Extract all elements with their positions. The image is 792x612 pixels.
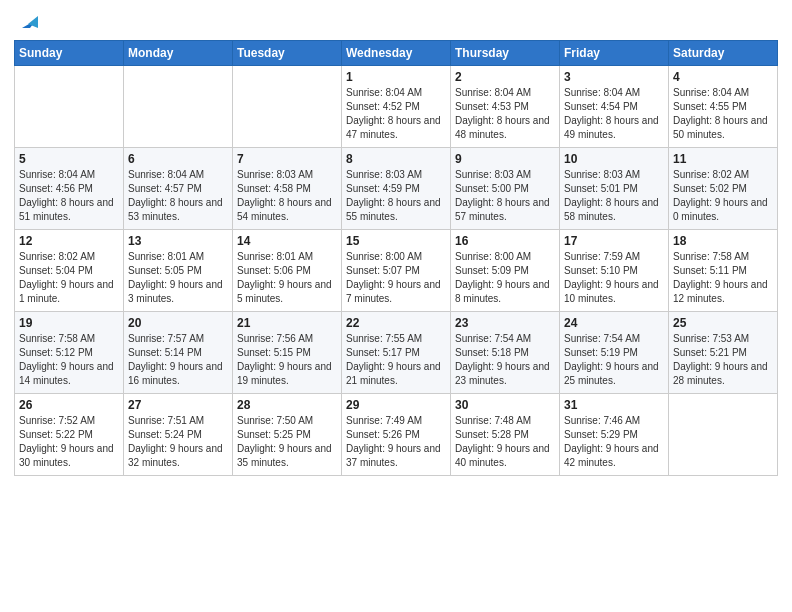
day-number: 31	[564, 398, 664, 412]
day-info: Sunrise: 8:00 AM Sunset: 5:09 PM Dayligh…	[455, 250, 555, 306]
day-cell: 9Sunrise: 8:03 AM Sunset: 5:00 PM Daylig…	[451, 148, 560, 230]
day-info: Sunrise: 7:50 AM Sunset: 5:25 PM Dayligh…	[237, 414, 337, 470]
day-cell: 13Sunrise: 8:01 AM Sunset: 5:05 PM Dayli…	[124, 230, 233, 312]
day-info: Sunrise: 7:46 AM Sunset: 5:29 PM Dayligh…	[564, 414, 664, 470]
day-number: 11	[673, 152, 773, 166]
logo-icon	[18, 10, 40, 32]
day-cell: 4Sunrise: 8:04 AM Sunset: 4:55 PM Daylig…	[669, 66, 778, 148]
day-info: Sunrise: 8:03 AM Sunset: 4:58 PM Dayligh…	[237, 168, 337, 224]
day-cell: 2Sunrise: 8:04 AM Sunset: 4:53 PM Daylig…	[451, 66, 560, 148]
day-info: Sunrise: 7:48 AM Sunset: 5:28 PM Dayligh…	[455, 414, 555, 470]
day-number: 2	[455, 70, 555, 84]
header	[14, 10, 778, 34]
day-cell: 14Sunrise: 8:01 AM Sunset: 5:06 PM Dayli…	[233, 230, 342, 312]
logo	[14, 10, 40, 34]
day-info: Sunrise: 8:04 AM Sunset: 4:54 PM Dayligh…	[564, 86, 664, 142]
day-number: 30	[455, 398, 555, 412]
day-cell: 11Sunrise: 8:02 AM Sunset: 5:02 PM Dayli…	[669, 148, 778, 230]
day-cell: 22Sunrise: 7:55 AM Sunset: 5:17 PM Dayli…	[342, 312, 451, 394]
day-cell	[15, 66, 124, 148]
week-row-5: 26Sunrise: 7:52 AM Sunset: 5:22 PM Dayli…	[15, 394, 778, 476]
weekday-header-wednesday: Wednesday	[342, 41, 451, 66]
week-row-4: 19Sunrise: 7:58 AM Sunset: 5:12 PM Dayli…	[15, 312, 778, 394]
day-cell: 20Sunrise: 7:57 AM Sunset: 5:14 PM Dayli…	[124, 312, 233, 394]
day-info: Sunrise: 8:03 AM Sunset: 5:01 PM Dayligh…	[564, 168, 664, 224]
day-cell	[669, 394, 778, 476]
weekday-header-friday: Friday	[560, 41, 669, 66]
week-row-2: 5Sunrise: 8:04 AM Sunset: 4:56 PM Daylig…	[15, 148, 778, 230]
day-cell: 31Sunrise: 7:46 AM Sunset: 5:29 PM Dayli…	[560, 394, 669, 476]
day-cell: 27Sunrise: 7:51 AM Sunset: 5:24 PM Dayli…	[124, 394, 233, 476]
day-cell: 5Sunrise: 8:04 AM Sunset: 4:56 PM Daylig…	[15, 148, 124, 230]
day-cell: 23Sunrise: 7:54 AM Sunset: 5:18 PM Dayli…	[451, 312, 560, 394]
day-number: 5	[19, 152, 119, 166]
day-number: 21	[237, 316, 337, 330]
day-cell: 3Sunrise: 8:04 AM Sunset: 4:54 PM Daylig…	[560, 66, 669, 148]
day-number: 26	[19, 398, 119, 412]
day-number: 29	[346, 398, 446, 412]
day-number: 24	[564, 316, 664, 330]
day-number: 27	[128, 398, 228, 412]
day-cell: 15Sunrise: 8:00 AM Sunset: 5:07 PM Dayli…	[342, 230, 451, 312]
day-cell: 16Sunrise: 8:00 AM Sunset: 5:09 PM Dayli…	[451, 230, 560, 312]
day-info: Sunrise: 8:03 AM Sunset: 5:00 PM Dayligh…	[455, 168, 555, 224]
day-number: 17	[564, 234, 664, 248]
day-info: Sunrise: 7:53 AM Sunset: 5:21 PM Dayligh…	[673, 332, 773, 388]
day-number: 28	[237, 398, 337, 412]
day-cell: 24Sunrise: 7:54 AM Sunset: 5:19 PM Dayli…	[560, 312, 669, 394]
day-number: 9	[455, 152, 555, 166]
day-number: 12	[19, 234, 119, 248]
day-number: 13	[128, 234, 228, 248]
day-cell: 18Sunrise: 7:58 AM Sunset: 5:11 PM Dayli…	[669, 230, 778, 312]
calendar-table: SundayMondayTuesdayWednesdayThursdayFrid…	[14, 40, 778, 476]
day-info: Sunrise: 7:49 AM Sunset: 5:26 PM Dayligh…	[346, 414, 446, 470]
day-info: Sunrise: 8:04 AM Sunset: 4:57 PM Dayligh…	[128, 168, 228, 224]
day-number: 23	[455, 316, 555, 330]
day-number: 7	[237, 152, 337, 166]
day-number: 6	[128, 152, 228, 166]
day-cell: 26Sunrise: 7:52 AM Sunset: 5:22 PM Dayli…	[15, 394, 124, 476]
weekday-header-tuesday: Tuesday	[233, 41, 342, 66]
day-info: Sunrise: 8:02 AM Sunset: 5:04 PM Dayligh…	[19, 250, 119, 306]
day-cell	[124, 66, 233, 148]
weekday-header-sunday: Sunday	[15, 41, 124, 66]
day-cell: 29Sunrise: 7:49 AM Sunset: 5:26 PM Dayli…	[342, 394, 451, 476]
day-info: Sunrise: 8:04 AM Sunset: 4:53 PM Dayligh…	[455, 86, 555, 142]
day-info: Sunrise: 8:01 AM Sunset: 5:05 PM Dayligh…	[128, 250, 228, 306]
day-number: 15	[346, 234, 446, 248]
day-info: Sunrise: 8:03 AM Sunset: 4:59 PM Dayligh…	[346, 168, 446, 224]
page: SundayMondayTuesdayWednesdayThursdayFrid…	[0, 0, 792, 612]
day-number: 20	[128, 316, 228, 330]
week-row-3: 12Sunrise: 8:02 AM Sunset: 5:04 PM Dayli…	[15, 230, 778, 312]
day-number: 10	[564, 152, 664, 166]
day-info: Sunrise: 7:56 AM Sunset: 5:15 PM Dayligh…	[237, 332, 337, 388]
day-info: Sunrise: 7:58 AM Sunset: 5:12 PM Dayligh…	[19, 332, 119, 388]
day-cell: 21Sunrise: 7:56 AM Sunset: 5:15 PM Dayli…	[233, 312, 342, 394]
day-info: Sunrise: 8:01 AM Sunset: 5:06 PM Dayligh…	[237, 250, 337, 306]
day-info: Sunrise: 7:54 AM Sunset: 5:19 PM Dayligh…	[564, 332, 664, 388]
day-number: 1	[346, 70, 446, 84]
day-cell: 17Sunrise: 7:59 AM Sunset: 5:10 PM Dayli…	[560, 230, 669, 312]
day-info: Sunrise: 7:52 AM Sunset: 5:22 PM Dayligh…	[19, 414, 119, 470]
weekday-header-thursday: Thursday	[451, 41, 560, 66]
day-cell: 6Sunrise: 8:04 AM Sunset: 4:57 PM Daylig…	[124, 148, 233, 230]
day-info: Sunrise: 7:59 AM Sunset: 5:10 PM Dayligh…	[564, 250, 664, 306]
day-info: Sunrise: 8:02 AM Sunset: 5:02 PM Dayligh…	[673, 168, 773, 224]
day-number: 8	[346, 152, 446, 166]
day-info: Sunrise: 7:54 AM Sunset: 5:18 PM Dayligh…	[455, 332, 555, 388]
day-info: Sunrise: 8:00 AM Sunset: 5:07 PM Dayligh…	[346, 250, 446, 306]
day-cell: 25Sunrise: 7:53 AM Sunset: 5:21 PM Dayli…	[669, 312, 778, 394]
day-number: 16	[455, 234, 555, 248]
weekday-header-saturday: Saturday	[669, 41, 778, 66]
day-cell: 12Sunrise: 8:02 AM Sunset: 5:04 PM Dayli…	[15, 230, 124, 312]
day-number: 19	[19, 316, 119, 330]
day-number: 22	[346, 316, 446, 330]
day-number: 25	[673, 316, 773, 330]
week-row-1: 1Sunrise: 8:04 AM Sunset: 4:52 PM Daylig…	[15, 66, 778, 148]
day-info: Sunrise: 8:04 AM Sunset: 4:52 PM Dayligh…	[346, 86, 446, 142]
day-number: 4	[673, 70, 773, 84]
day-cell: 8Sunrise: 8:03 AM Sunset: 4:59 PM Daylig…	[342, 148, 451, 230]
day-info: Sunrise: 8:04 AM Sunset: 4:55 PM Dayligh…	[673, 86, 773, 142]
day-number: 18	[673, 234, 773, 248]
day-info: Sunrise: 7:58 AM Sunset: 5:11 PM Dayligh…	[673, 250, 773, 306]
